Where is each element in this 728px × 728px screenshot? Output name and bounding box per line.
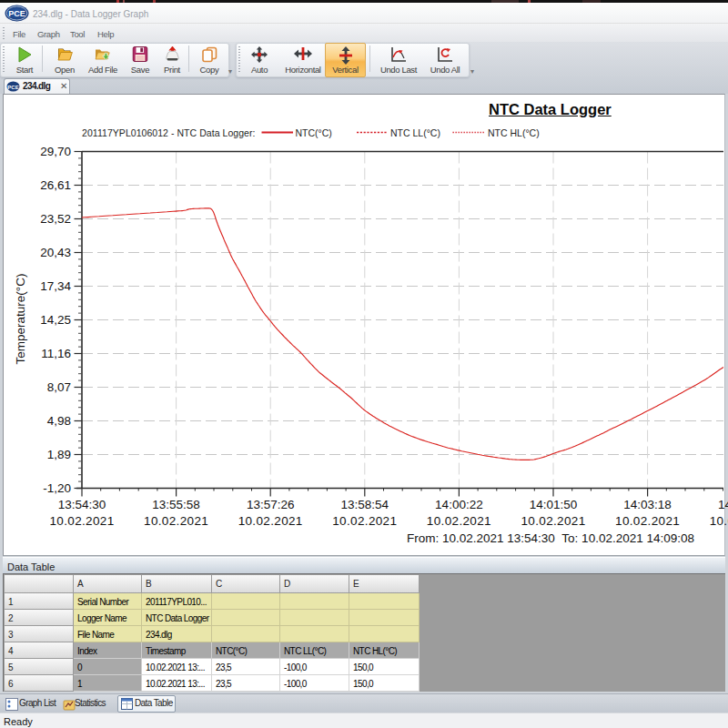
svg-text:PCE: PCE [8, 9, 25, 18]
svg-text:PCE: PCE [7, 85, 18, 90]
